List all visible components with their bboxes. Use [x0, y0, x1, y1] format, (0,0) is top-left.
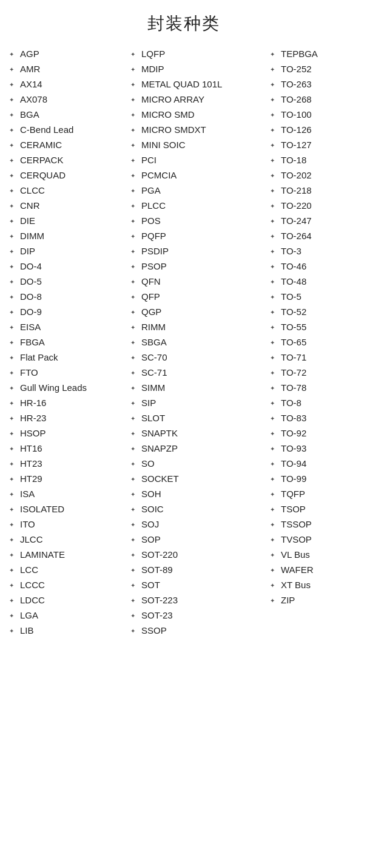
list-item[interactable]: TSOP [267, 501, 367, 517]
list-item[interactable]: TSSOP [267, 517, 367, 532]
list-item[interactable]: LCC [6, 562, 127, 577]
list-item[interactable]: TO-247 [267, 213, 367, 228]
list-item[interactable]: SOJ [127, 517, 267, 532]
list-item[interactable]: PSDIP [127, 243, 267, 259]
list-item[interactable]: SOT-220 [127, 547, 267, 562]
list-item[interactable]: POS [127, 213, 267, 228]
list-item[interactable]: CNR [6, 198, 127, 213]
list-item[interactable]: TO-94 [267, 456, 367, 471]
list-item[interactable]: TO-263 [267, 76, 367, 92]
list-item[interactable]: TO-52 [267, 304, 367, 319]
list-item[interactable]: DO-9 [6, 304, 127, 319]
list-item[interactable]: TO-126 [267, 122, 367, 137]
list-item[interactable]: HT16 [6, 441, 127, 456]
list-item[interactable]: VL Bus [267, 547, 367, 562]
list-item[interactable]: ITO [6, 517, 127, 532]
list-item[interactable]: PCMCIA [127, 168, 267, 183]
list-item[interactable]: AGP [6, 46, 127, 61]
list-item[interactable]: Flat Pack [6, 350, 127, 365]
list-item[interactable]: HT23 [6, 456, 127, 471]
list-item[interactable]: SOT [127, 577, 267, 592]
list-item[interactable]: TO-83 [267, 410, 367, 426]
list-item[interactable]: TVSOP [267, 532, 367, 547]
list-item[interactable]: EISA [6, 319, 127, 334]
list-item[interactable]: TO-264 [267, 228, 367, 243]
list-item[interactable]: TO-218 [267, 183, 367, 198]
list-item[interactable]: METAL QUAD 101L [127, 76, 267, 92]
list-item[interactable]: SO [127, 456, 267, 471]
list-item[interactable]: LDCC [6, 592, 127, 608]
list-item[interactable]: HR-23 [6, 410, 127, 426]
list-item[interactable]: DIMM [6, 228, 127, 243]
list-item[interactable]: SOH [127, 486, 267, 501]
list-item[interactable]: TO-8 [267, 395, 367, 410]
list-item[interactable]: XT Bus [267, 577, 367, 592]
list-item[interactable]: CERAMIC [6, 137, 127, 152]
list-item[interactable]: PSOP [127, 259, 267, 274]
list-item[interactable]: C-Bend Lead [6, 122, 127, 137]
list-item[interactable]: SIP [127, 395, 267, 410]
list-item[interactable]: PLCC [127, 198, 267, 213]
list-item[interactable]: CLCC [6, 183, 127, 198]
list-item[interactable]: FTO [6, 365, 127, 380]
list-item[interactable]: AX14 [6, 76, 127, 92]
list-item[interactable]: SOT-223 [127, 592, 267, 608]
list-item[interactable]: MICRO SMDXT [127, 122, 267, 137]
list-item[interactable]: QFN [127, 274, 267, 289]
list-item[interactable]: TEPBGA [267, 46, 367, 61]
list-item[interactable]: TO-99 [267, 471, 367, 486]
list-item[interactable] [267, 608, 367, 623]
list-item[interactable]: LCCC [6, 577, 127, 592]
list-item[interactable]: PCI [127, 152, 267, 168]
list-item[interactable]: DO-4 [6, 259, 127, 274]
list-item[interactable]: AMR [6, 61, 127, 76]
list-item[interactable]: SIMM [127, 380, 267, 395]
list-item[interactable]: DIE [6, 213, 127, 228]
list-item[interactable]: ISA [6, 486, 127, 501]
list-item[interactable]: SC-71 [127, 365, 267, 380]
list-item[interactable]: TO-65 [267, 334, 367, 350]
list-item[interactable]: RIMM [127, 319, 267, 334]
list-item[interactable]: TO-55 [267, 319, 367, 334]
list-item[interactable]: ISOLATED [6, 501, 127, 517]
list-item[interactable]: TO-268 [267, 92, 367, 107]
list-item[interactable]: SOIC [127, 501, 267, 517]
list-item[interactable]: TO-48 [267, 274, 367, 289]
list-item[interactable]: CERQUAD [6, 168, 127, 183]
list-item[interactable]: LAMINATE [6, 547, 127, 562]
list-item[interactable]: SOCKET [127, 471, 267, 486]
list-item[interactable]: FBGA [6, 334, 127, 350]
list-item[interactable]: TO-92 [267, 426, 367, 441]
list-item[interactable]: CERPACK [6, 152, 127, 168]
list-item[interactable]: SBGA [127, 334, 267, 350]
list-item[interactable]: DIP [6, 243, 127, 259]
list-item[interactable]: PGA [127, 183, 267, 198]
list-item[interactable]: TO-71 [267, 350, 367, 365]
list-item[interactable]: WAFER [267, 562, 367, 577]
list-item[interactable]: TO-3 [267, 243, 367, 259]
list-item[interactable]: LIB [6, 623, 127, 638]
list-item[interactable]: TO-220 [267, 198, 367, 213]
list-item[interactable]: BGA [6, 107, 127, 122]
list-item[interactable]: QGP [127, 304, 267, 319]
list-item[interactable]: Gull Wing Leads [6, 380, 127, 395]
list-item[interactable]: TO-93 [267, 441, 367, 456]
list-item[interactable]: MICRO SMD [127, 107, 267, 122]
list-item[interactable]: TQFP [267, 486, 367, 501]
list-item[interactable]: SLOT [127, 410, 267, 426]
list-item[interactable]: DO-8 [6, 289, 127, 304]
list-item[interactable]: TO-72 [267, 365, 367, 380]
list-item[interactable]: QFP [127, 289, 267, 304]
list-item[interactable]: TO-127 [267, 137, 367, 152]
list-item[interactable]: TO-5 [267, 289, 367, 304]
list-item[interactable]: SNAPTK [127, 426, 267, 441]
list-item[interactable]: SOP [127, 532, 267, 547]
list-item[interactable]: SOT-23 [127, 608, 267, 623]
list-item[interactable]: MICRO ARRAY [127, 92, 267, 107]
list-item[interactable]: AX078 [6, 92, 127, 107]
list-item[interactable]: ZIP [267, 592, 367, 608]
list-item[interactable]: JLCC [6, 532, 127, 547]
list-item[interactable] [267, 623, 367, 638]
list-item[interactable]: TO-46 [267, 259, 367, 274]
list-item[interactable]: TO-100 [267, 107, 367, 122]
